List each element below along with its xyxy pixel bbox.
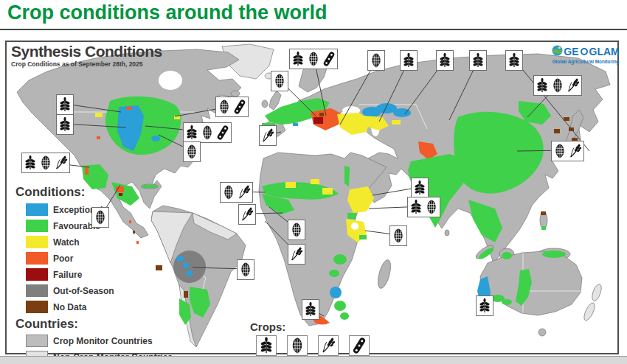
logo-text-ge: GE	[564, 46, 578, 57]
condition-region-exceptional	[293, 123, 298, 126]
condition-region-favourable	[344, 166, 350, 186]
geoglam-logo: GEGLAM Global Agricultural Monitoring	[549, 45, 623, 64]
legend-row-poor: Poor	[15, 252, 173, 265]
crop-callout-ethiopia-wheat	[411, 178, 429, 198]
condition-region-failure	[314, 117, 323, 124]
legend-row-watch: Watch	[15, 236, 173, 248]
maize-icon	[272, 72, 287, 90]
logo-tagline: Global Agricultural Monitoring	[549, 60, 623, 64]
legend-swatch	[26, 236, 48, 248]
condition-region-poor	[85, 167, 89, 175]
soybean-icon	[349, 335, 370, 356]
wheat-icon	[23, 154, 38, 172]
crop-callout-gulf-of-guinea-maize	[288, 220, 305, 240]
crop-callout-southern-brazil	[237, 259, 254, 280]
maize-icon	[238, 261, 253, 279]
maize-icon	[552, 142, 567, 160]
soybean-icon	[322, 50, 336, 68]
maize-icon	[221, 183, 236, 201]
condition-region-favourable	[329, 270, 339, 277]
crop-callout-us-great-lakes	[215, 97, 249, 117]
crop-callout-china-northeast	[533, 75, 582, 96]
map-title: Synthesis Conditions	[11, 43, 162, 59]
legend-swatch	[26, 203, 48, 216]
crop-conditions-map-panel: Synthesis Conditions Crop Conditions as …	[5, 41, 619, 354]
wheat-icon	[409, 198, 423, 216]
soybean-icon	[232, 98, 247, 116]
rice-icon	[289, 245, 304, 263]
hudson-bay	[159, 71, 182, 90]
legend-swatch	[26, 284, 48, 297]
wheat-icon	[291, 50, 305, 68]
maize-icon	[369, 52, 384, 69]
legend-row-failure: Failure	[15, 268, 173, 281]
wheat-icon	[58, 96, 72, 113]
condition-region-favourable	[333, 254, 347, 265]
page-title: Crop conditions around the world	[7, 1, 327, 24]
sri-lanka	[445, 230, 449, 236]
crop-callout-us-southeast	[183, 141, 201, 162]
rice-icon	[318, 335, 339, 356]
rice-icon	[568, 142, 583, 160]
wheat-icon	[477, 297, 492, 315]
crops-legend-title: Crops:	[250, 321, 371, 333]
legend-swatch	[26, 335, 48, 347]
condition-region-favourable	[334, 301, 346, 311]
newfoundland	[231, 91, 240, 97]
condition-region-exceptional	[183, 262, 189, 268]
legend-swatch	[26, 220, 48, 232]
condition-region-poor	[126, 107, 132, 110]
crop-callout-europe-black-sea	[289, 49, 338, 69]
maize-icon	[200, 124, 215, 141]
condition-region-no-data	[319, 113, 324, 116]
rice-icon	[54, 154, 69, 172]
rice-icon	[237, 183, 252, 201]
title-divider	[0, 29, 627, 30]
crop-callout-central-america	[91, 207, 109, 228]
logo-text-glam: GLAM	[589, 46, 620, 57]
maize-icon	[289, 221, 304, 239]
crop-callout-us-corn-belt	[183, 122, 232, 143]
crop-callout-russia-siberia	[469, 50, 487, 71]
crop-callout-china-east	[551, 141, 584, 161]
maize-icon	[184, 143, 199, 161]
crop-callout-east-africa	[389, 225, 407, 246]
conditions-legend-title: Conditions:	[15, 185, 173, 200]
condition-region-watch	[392, 120, 401, 125]
legend-swatch	[26, 252, 48, 265]
legend-label: Crop Monitor Countries	[53, 336, 153, 346]
condition-region-favourable	[347, 213, 356, 219]
crop-callout-west-africa-sahel	[220, 182, 253, 203]
condition-region-no-data	[184, 291, 188, 298]
page: Crop conditions around the world	[0, 0, 627, 364]
legend-label: Out-of-Season	[53, 286, 114, 296]
condition-region-watch	[95, 113, 103, 117]
ireland	[262, 100, 268, 108]
wheat-icon	[471, 52, 485, 69]
bottom-strip	[0, 356, 627, 364]
condition-region-favourable	[541, 226, 546, 230]
wheat-icon	[535, 77, 550, 94]
tasmania	[538, 329, 546, 336]
condition-region-poor	[97, 136, 100, 139]
condition-region-favourable	[359, 235, 367, 239]
wheat-icon	[437, 52, 452, 69]
crop-callout-kazakhstan-north	[436, 50, 454, 71]
crop-callout-gulf-of-guinea-rice	[288, 244, 305, 265]
wheat-icon	[184, 124, 199, 141]
crop-callout-ethiopia-belg	[407, 197, 440, 217]
crop-callout-mexico	[21, 153, 70, 173]
maize-icon	[306, 50, 321, 68]
wheat-icon	[256, 335, 277, 356]
logo-o-ring	[581, 48, 588, 55]
crop-callout-turkey	[367, 50, 385, 71]
crop-callout-us-northern-plains-spring	[56, 94, 74, 115]
condition-region-exceptional	[151, 136, 160, 141]
rice-icon	[260, 127, 275, 144]
wheat-icon	[303, 301, 318, 318]
legend-row-no-data: No Data	[15, 301, 173, 313]
legend-swatch	[26, 301, 48, 313]
legend-row-crop-monitor-countries: Crop Monitor Countries	[15, 335, 173, 347]
legend-row-out-of-season: Out-of-Season	[15, 284, 173, 297]
condition-region-favourable	[542, 251, 566, 258]
